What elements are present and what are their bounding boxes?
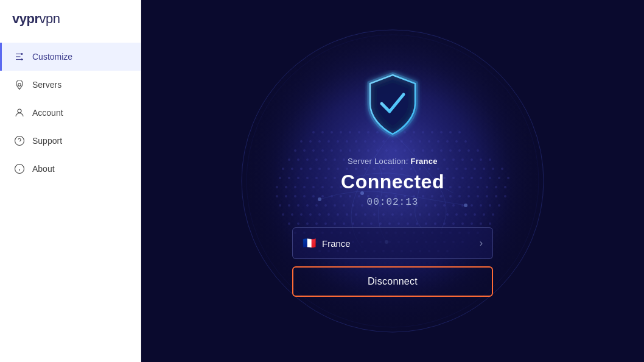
svg-point-6	[18, 109, 21, 113]
disconnect-button[interactable]: Disconnect	[292, 266, 493, 297]
server-location-country: France	[410, 157, 437, 166]
sidebar-nav: Customize Servers Account Support	[0, 43, 141, 183]
shield-icon	[362, 70, 423, 140]
sidebar-item-support[interactable]: Support	[0, 127, 141, 155]
server-location-label: Server Location: France	[348, 157, 438, 166]
connection-status: Connected	[341, 171, 444, 193]
sidebar-item-support-label: Support	[32, 136, 62, 146]
location-selector-button[interactable]: 🇫🇷 France ›	[292, 227, 493, 259]
svg-point-3	[21, 53, 23, 55]
logo-vpn: vpn	[39, 11, 60, 26]
svg-point-5	[18, 83, 21, 87]
shield-icon-wrap	[356, 65, 429, 144]
about-icon	[14, 163, 25, 174]
location-name-label: France	[322, 238, 480, 249]
support-icon	[14, 135, 25, 146]
account-icon	[14, 107, 25, 118]
sidebar-item-about-label: About	[32, 164, 55, 174]
svg-point-7	[15, 137, 24, 146]
sidebar-item-customize[interactable]: Customize	[0, 43, 141, 71]
sidebar-item-servers[interactable]: Servers	[0, 71, 141, 99]
sidebar-item-account-label: Account	[32, 108, 63, 118]
sidebar: vyprvpn Customize Servers Account	[0, 0, 141, 362]
app-logo: vyprvpn	[12, 11, 60, 27]
servers-icon	[14, 79, 25, 90]
sidebar-item-account[interactable]: Account	[0, 99, 141, 127]
svg-point-4	[21, 59, 23, 60]
connection-timer: 00:02:13	[367, 197, 419, 208]
logo-area: vyprvpn	[0, 0, 141, 38]
main-content: Server Location: France Connected 00:02:…	[141, 0, 644, 362]
chevron-right-icon: ›	[480, 238, 483, 249]
flag-france-icon: 🇫🇷	[303, 236, 316, 250]
logo-vypr: vypr	[12, 11, 39, 26]
sidebar-item-about[interactable]: About	[0, 155, 141, 183]
customize-icon	[14, 51, 25, 62]
sidebar-item-customize-label: Customize	[32, 52, 72, 62]
center-panel: Server Location: France Connected 00:02:…	[292, 65, 493, 297]
sidebar-item-servers-label: Servers	[32, 80, 61, 90]
